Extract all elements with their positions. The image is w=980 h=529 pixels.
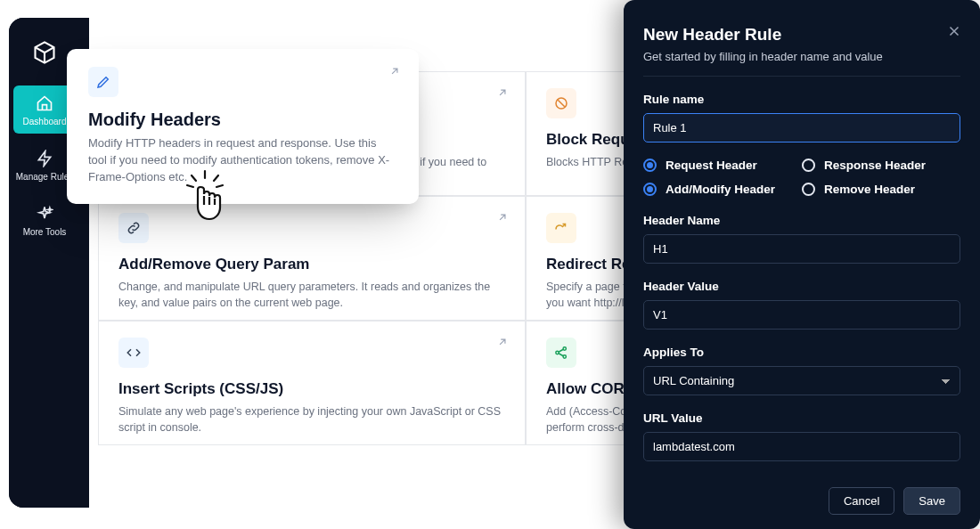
card-title: Add/Remove Query Param [118,256,505,273]
header-name-label: Header Name [643,214,960,227]
applies-to-label: Applies To [643,346,960,359]
radio-dot-icon [643,183,657,196]
modal-subtitle: Get started by filling in header name an… [643,50,960,63]
card-desc: Simulate any web page's experience by in… [118,403,505,435]
divider [643,76,960,77]
radio-dot-icon [643,159,657,172]
svg-point-2 [563,347,566,350]
radio-group: Request Header Response Header Add/Modif… [643,159,960,196]
pencil-icon [88,67,118,97]
header-name-input[interactable] [643,234,960,264]
url-value-input[interactable] [643,432,960,461]
code-icon [118,338,149,368]
radio-label: Response Header [824,159,926,172]
close-icon[interactable] [946,23,962,39]
header-value-input[interactable] [643,300,960,330]
new-header-rule-modal: New Header Rule Get started by filling i… [624,0,980,529]
svg-line-7 [187,185,193,187]
radio-dot-icon [802,183,815,196]
svg-point-1 [556,351,559,354]
svg-line-5 [192,175,196,181]
card-desc: Change, and manipulate URL query paramet… [118,279,505,311]
sparkle-icon [36,205,53,223]
cursor-click-icon [183,169,227,223]
redirect-icon [546,213,576,243]
open-arrow-icon [496,86,509,99]
sidebar-item-label: Dashboard [23,117,67,126]
header-value-label: Header Value [643,280,960,293]
radio-request-header[interactable]: Request Header [643,159,802,172]
open-arrow-icon [388,65,401,77]
tooltip-card-modify-headers[interactable]: Modify Headers Modify HTTP headers in re… [67,49,419,204]
applies-to-select[interactable]: URL Containing [643,366,960,395]
tooltip-title: Modify Headers [88,110,397,130]
sidebar-item-label: Manage Rules [16,172,73,182]
tooltip-desc: Modify HTTP headers in request and respo… [88,135,397,186]
rule-name-input[interactable] [643,113,960,142]
modal-footer: Cancel Save [829,487,960,515]
svg-line-6 [214,175,218,181]
sidebar-item-label: More Tools [23,227,67,237]
radio-label: Request Header [666,159,757,172]
radio-remove-header[interactable]: Remove Header [802,183,960,196]
rule-name-label: Rule name [643,93,960,106]
url-value-label: URL Value [643,411,960,425]
cancel-button[interactable]: Cancel [829,487,894,515]
open-arrow-icon [496,211,509,224]
radio-dot-icon [802,159,815,172]
bolt-icon [36,150,53,167]
home-icon [36,94,53,112]
radio-add-modify-header[interactable]: Add/Modify Header [643,183,802,196]
share-icon [546,338,576,368]
modal-title: New Header Rule [643,25,960,45]
logo-icon [32,40,57,65]
link-icon [118,213,149,243]
open-arrow-icon [496,336,509,348]
block-icon [546,88,576,118]
card-query-param[interactable]: Add/Remove Query Param Change, and manip… [98,196,526,321]
svg-line-8 [216,185,223,187]
sidebar-item-more-tools[interactable]: More Tools [13,196,76,244]
radio-label: Remove Header [824,183,915,196]
radio-label: Add/Modify Header [666,183,775,196]
save-button[interactable]: Save [903,487,960,515]
svg-point-3 [563,355,566,358]
card-insert-scripts[interactable]: Insert Scripts (CSS/JS) Simulate any web… [98,321,526,445]
radio-response-header[interactable]: Response Header [802,159,960,172]
card-title: Insert Scripts (CSS/JS) [118,380,505,398]
